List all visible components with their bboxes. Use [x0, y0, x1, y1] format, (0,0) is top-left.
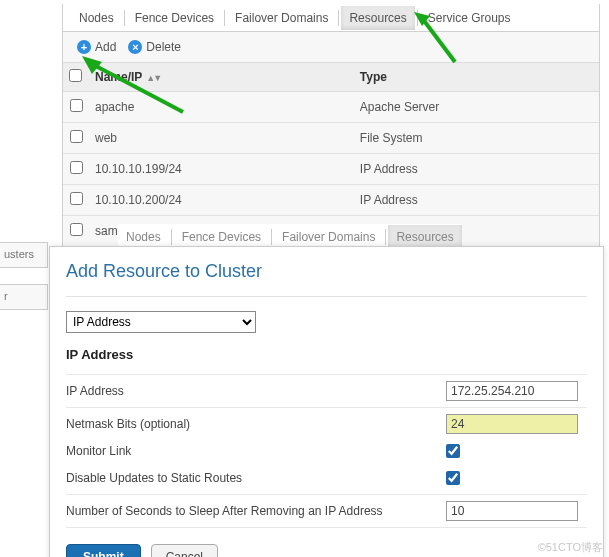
- close-icon: ×: [128, 40, 142, 54]
- delete-label: Delete: [146, 40, 181, 54]
- row-checkbox[interactable]: [70, 99, 83, 112]
- row-checkbox[interactable]: [70, 161, 83, 174]
- dialog-title: Add Resource to Cluster: [66, 261, 587, 282]
- row-type: IP Address: [354, 185, 599, 216]
- row-checkbox[interactable]: [70, 130, 83, 143]
- submit-button[interactable]: Submit: [66, 544, 141, 557]
- disable-routes-label: Disable Updates to Static Routes: [66, 471, 446, 485]
- monitor-link-checkbox[interactable]: [446, 444, 460, 458]
- row-name: 10.10.10.199/24: [89, 154, 354, 185]
- table-row[interactable]: webFile System: [63, 123, 599, 154]
- select-all-checkbox[interactable]: [69, 69, 82, 82]
- table-row[interactable]: 10.10.10.200/24IP Address: [63, 185, 599, 216]
- netmask-label: Netmask Bits (optional): [66, 417, 446, 431]
- row-checkbox[interactable]: [70, 223, 83, 236]
- monitor-link-label: Monitor Link: [66, 444, 446, 458]
- ip-address-label: IP Address: [66, 384, 446, 398]
- row-checkbox[interactable]: [70, 192, 83, 205]
- resources-panel: Nodes Fence Devices Failover Domains Res…: [62, 4, 600, 247]
- add-resource-dialog: Add Resource to Cluster IP Address IP Ad…: [49, 246, 604, 557]
- cancel-button[interactable]: Cancel: [151, 544, 218, 557]
- tab-service-groups[interactable]: Service Groups: [420, 6, 519, 30]
- tab-nodes[interactable]: Nodes: [71, 6, 122, 30]
- row-name: apache: [89, 92, 354, 123]
- plus-icon: +: [77, 40, 91, 54]
- section-title: IP Address: [66, 347, 587, 362]
- sidebar-fragments: usters r: [0, 242, 48, 326]
- netmask-field[interactable]: [446, 414, 578, 434]
- tab-failover-domains[interactable]: Failover Domains: [227, 6, 336, 30]
- add-button[interactable]: + Add: [71, 38, 122, 56]
- row-type: Apache Server: [354, 92, 599, 123]
- resource-type-select[interactable]: IP Address: [66, 311, 256, 333]
- tab-fence-devices[interactable]: Fence Devices: [127, 6, 222, 30]
- col-type[interactable]: Type: [354, 63, 599, 92]
- add-label: Add: [95, 40, 116, 54]
- row-type: IP Address: [354, 154, 599, 185]
- table-row[interactable]: apacheApache Server: [63, 92, 599, 123]
- sidebar-stub-0: usters: [0, 242, 48, 268]
- row-name: 10.10.10.200/24: [89, 185, 354, 216]
- sleep-seconds-field[interactable]: [446, 501, 578, 521]
- sidebar-stub-1: r: [0, 284, 48, 310]
- delete-button[interactable]: × Delete: [122, 38, 187, 56]
- row-name: web: [89, 123, 354, 154]
- tab-bar: Nodes Fence Devices Failover Domains Res…: [63, 4, 599, 32]
- disable-routes-checkbox[interactable]: [446, 471, 460, 485]
- table-row[interactable]: 10.10.10.199/24IP Address: [63, 154, 599, 185]
- sleep-seconds-label: Number of Seconds to Sleep After Removin…: [66, 504, 446, 518]
- row-type: File System: [354, 123, 599, 154]
- tab-resources[interactable]: Resources: [341, 6, 414, 30]
- col-name[interactable]: Name/IP▲▼: [89, 63, 354, 92]
- resources-table: Name/IP▲▼ Type apacheApache ServerwebFil…: [63, 62, 599, 246]
- toolbar: + Add × Delete: [63, 32, 599, 62]
- ip-address-field[interactable]: [446, 381, 578, 401]
